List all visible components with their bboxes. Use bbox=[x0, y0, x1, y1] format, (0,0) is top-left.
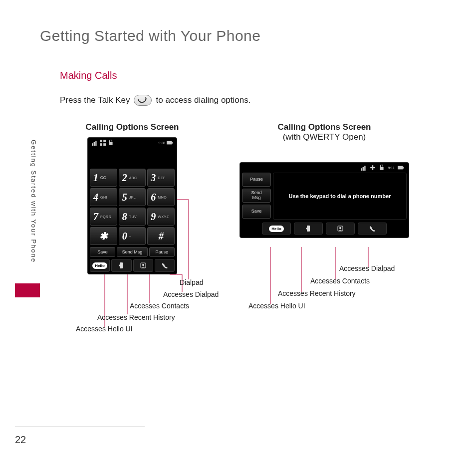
footer-rule bbox=[15, 427, 145, 427]
callout-accesses-history: Accesses Recent History bbox=[97, 313, 175, 321]
callout-accesses-hello: Accesses Hello UI bbox=[76, 325, 133, 333]
callout-accesses-dialpad: Accesses Dialpad bbox=[163, 290, 219, 298]
callout2-accesses-contacts: Accesses Contacts bbox=[310, 277, 370, 285]
page-number: 22 bbox=[15, 434, 26, 446]
callout-accesses-contacts: Accesses Contacts bbox=[130, 302, 189, 310]
callout2-accesses-dialpad: Accesses Dialpad bbox=[339, 264, 395, 272]
callout-lines bbox=[0, 0, 476, 476]
callout2-accesses-history: Accesses Recent History bbox=[278, 289, 356, 297]
callout-dialpad: Dialpad bbox=[180, 278, 203, 286]
callout2-accesses-hello: Accesses Hello UI bbox=[248, 302, 305, 310]
